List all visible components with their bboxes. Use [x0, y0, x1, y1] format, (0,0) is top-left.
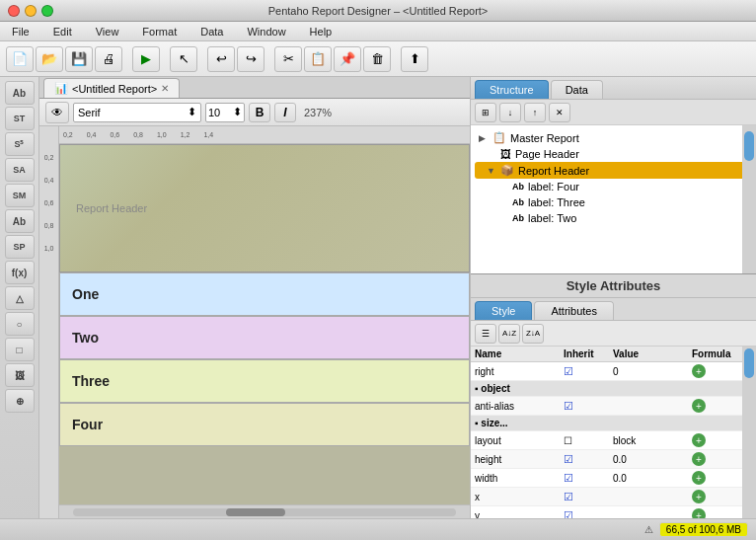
tab-close-icon[interactable]: ✕ [161, 83, 169, 94]
main-toolbar: 📄 📂 💾 🖨 ▶ ↖ ↩ ↪ ✂ 📋 📌 🗑 ⬆ [0, 41, 756, 77]
save-button[interactable]: 💾 [65, 46, 93, 72]
struct-table-btn[interactable]: ⊞ [475, 103, 496, 122]
bold-button[interactable]: B [249, 103, 270, 122]
band-two[interactable]: Two [59, 316, 470, 359]
col-inherit: Inherit [564, 348, 613, 359]
tree-label-three[interactable]: Ab label: Three [475, 194, 752, 210]
prop-vscroll[interactable] [742, 347, 756, 518]
new-button[interactable]: 📄 [6, 46, 34, 72]
prop-formula-layout[interactable]: + [692, 433, 706, 447]
struct-down-btn[interactable]: ↓ [499, 103, 521, 122]
tool-tri[interactable]: △ [5, 286, 35, 310]
prop-formula-antialias[interactable]: + [692, 399, 706, 413]
prop-formula-width[interactable]: + [692, 471, 706, 485]
tool-sa[interactable]: SA [5, 158, 35, 182]
tree-label-four[interactable]: Ab label: Four [475, 179, 752, 194]
menu-edit[interactable]: Edit [49, 24, 76, 39]
tree-icon-master: 📋 [492, 131, 506, 144]
prop-inherit-width[interactable]: ☑ [564, 472, 613, 485]
style-sortza-btn[interactable]: Z↓A [522, 324, 544, 344]
minimize-button[interactable] [25, 5, 37, 17]
band-three[interactable]: Three [59, 359, 470, 403]
tool-ab2[interactable]: Ab [5, 209, 35, 233]
tool-s5[interactable]: S⁵ [5, 132, 35, 156]
open-button[interactable]: 📂 [36, 46, 63, 72]
tool-ab[interactable]: Ab [5, 81, 35, 105]
prop-row-x: x ☑ + [471, 488, 756, 506]
paste-button[interactable]: 📌 [334, 46, 361, 72]
prop-table-header: Name Inherit Value Formula [471, 347, 756, 362]
tree-master-report[interactable]: ▶ 📋 Master Report [475, 129, 752, 146]
run-button[interactable]: ▶ [132, 46, 160, 72]
prop-inherit-right[interactable]: ☑ [564, 365, 613, 378]
prop-inherit-layout[interactable]: ☐ [564, 435, 613, 446]
menu-data[interactable]: Data [196, 24, 227, 39]
tool-img[interactable]: 🖼 [5, 363, 35, 387]
tool-star[interactable]: ⊕ [5, 389, 35, 413]
tree-vscroll[interactable] [742, 125, 756, 273]
tab-structure[interactable]: Structure [475, 80, 549, 99]
font-size-select[interactable]: 10 ⬍ [205, 103, 245, 122]
delete-button[interactable]: 🗑 [363, 46, 391, 72]
horizontal-scrollbar[interactable] [59, 504, 470, 518]
tree-label-master: Master Report [510, 132, 579, 144]
tab-data[interactable]: Data [551, 80, 603, 99]
cursor-button[interactable]: ↖ [170, 46, 197, 72]
maximize-button[interactable] [41, 5, 53, 17]
tree-page-header[interactable]: 🖼 Page Header [475, 146, 752, 162]
tool-box[interactable]: □ [5, 338, 35, 361]
prop-inherit-y[interactable]: ☑ [564, 509, 613, 519]
tree-vscroll-thumb[interactable] [744, 131, 754, 161]
struct-delete-btn[interactable]: ✕ [549, 103, 570, 122]
prop-vscroll-thumb[interactable] [744, 348, 754, 378]
style-sortaz-btn[interactable]: A↓Z [498, 324, 520, 344]
redo-button[interactable]: ↪ [237, 46, 265, 72]
band-four[interactable]: Four [59, 403, 470, 446]
font-name-select[interactable]: Serif ⬍ [73, 103, 201, 122]
prop-inherit-height[interactable]: ☑ [564, 453, 613, 466]
tab-attributes[interactable]: Attributes [534, 301, 613, 320]
prop-formula-right[interactable]: + [692, 364, 706, 378]
menu-view[interactable]: View [92, 24, 123, 39]
tree-label-two[interactable]: Ab label: Two [475, 210, 752, 226]
window-controls[interactable] [8, 5, 53, 17]
prop-formula-height[interactable]: + [692, 452, 706, 466]
visibility-button[interactable]: 👁 [45, 102, 69, 123]
italic-button[interactable]: I [274, 103, 296, 122]
menu-file[interactable]: File [8, 24, 34, 39]
undo-button[interactable]: ↩ [207, 46, 235, 72]
struct-up-btn[interactable]: ↑ [524, 103, 546, 122]
close-button[interactable] [8, 5, 20, 17]
style-list-btn[interactable]: ☰ [475, 324, 496, 344]
style-toolbar: ☰ A↓Z Z↓A [471, 321, 756, 347]
prop-row-height: height ☑ 0.0 + [471, 450, 756, 469]
scroll-track[interactable] [73, 508, 456, 516]
tool-sm[interactable]: SM [5, 184, 35, 207]
prop-inherit-x[interactable]: ☑ [564, 491, 613, 503]
prop-inherit-antialias[interactable]: ☑ [564, 400, 613, 413]
copy-button[interactable]: 📋 [304, 46, 332, 72]
menu-window[interactable]: Window [243, 24, 289, 39]
tool-st[interactable]: ST [5, 107, 35, 130]
print-button[interactable]: 🖨 [95, 46, 122, 72]
menu-format[interactable]: Format [138, 24, 181, 39]
tree-icon-ph: 🖼 [500, 148, 511, 160]
tree-label-rh: Report Header [518, 165, 589, 177]
tab-untitled-report[interactable]: 📊 <Untitled Report> ✕ [43, 78, 180, 98]
band-one[interactable]: One [59, 272, 470, 316]
status-bar: ⚠ 66,5 of 100,6 MB [0, 518, 756, 540]
tool-fx[interactable]: f(x) [5, 261, 35, 284]
tool-circle[interactable]: ○ [5, 312, 35, 336]
prop-formula-y[interactable]: + [692, 508, 706, 518]
report-canvas[interactable]: Report Header One Two Three [59, 144, 470, 504]
prop-formula-x[interactable]: + [692, 490, 706, 503]
scroll-thumb[interactable] [226, 508, 285, 516]
font-name-label: Serif [78, 107, 101, 118]
deploy-button[interactable]: ⬆ [401, 46, 428, 72]
tool-sp[interactable]: SP [5, 235, 35, 259]
tab-style[interactable]: Style [475, 301, 532, 320]
tree-report-header[interactable]: ▼ 📦 Report Header [475, 162, 752, 179]
style-attrs-title: Style Attributes [567, 278, 661, 293]
menu-help[interactable]: Help [306, 24, 337, 39]
cut-button[interactable]: ✂ [274, 46, 302, 72]
